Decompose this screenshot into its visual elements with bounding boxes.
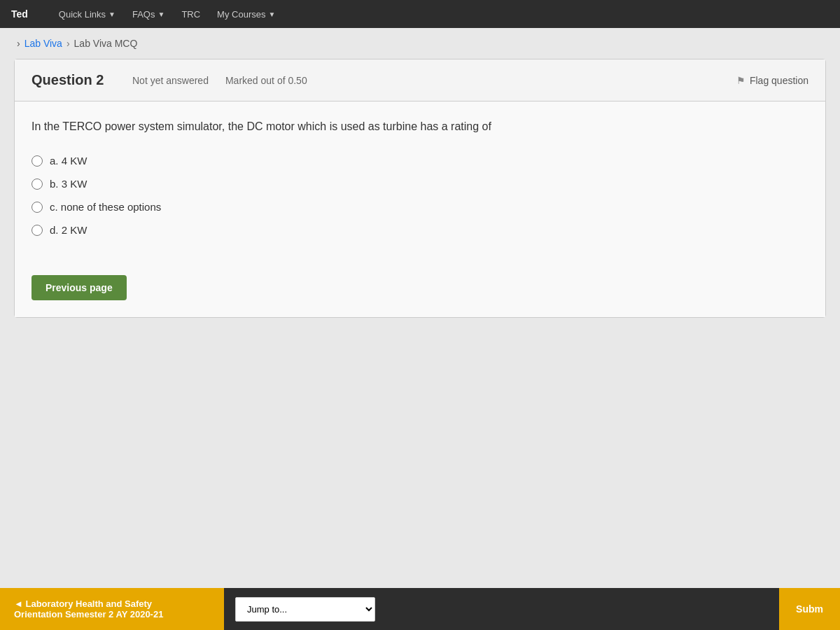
question-header: Question 2 Not yet answered Marked out o… — [15, 59, 825, 102]
nav-buttons: Previous page — [15, 264, 825, 317]
radio-option-d[interactable] — [31, 225, 43, 236]
radio-option-b[interactable] — [31, 178, 43, 190]
flag-question-button[interactable]: ⚑ Flag question — [736, 75, 808, 86]
top-nav-bar: Ted Quick Links ▼ FAQs ▼ TRC My Courses … — [0, 0, 840, 28]
flag-icon: ⚑ — [736, 75, 746, 86]
faqs-caret-icon: ▼ — [158, 10, 164, 18]
option-d[interactable]: d. 2 KW — [31, 224, 808, 236]
flag-question-label: Flag question — [750, 75, 808, 86]
question-number: Question 2 — [31, 72, 115, 88]
jump-to-container: Jump to... — [224, 597, 779, 622]
back-arrow-icon: ◄ Laboratory Health and Safety — [14, 598, 163, 609]
breadcrumb-separator-start: › — [17, 38, 20, 49]
option-d-label: d. 2 KW — [50, 224, 87, 236]
radio-option-a[interactable] — [31, 155, 43, 167]
option-c[interactable]: c. none of these options — [31, 201, 808, 213]
back-course-text: ◄ Laboratory Health and Safety Orientati… — [14, 598, 163, 620]
option-c-label: c. none of these options — [50, 201, 161, 213]
option-a[interactable]: a. 4 KW — [31, 155, 808, 167]
nav-quick-links[interactable]: Quick Links ▼ — [59, 9, 115, 20]
options-container: a. 4 KW b. 3 KW c. none of these options… — [15, 146, 825, 264]
breadcrumb-lab-viva-mcq: Lab Viva MCQ — [74, 38, 138, 49]
previous-page-button[interactable]: Previous page — [31, 275, 127, 300]
breadcrumb-separator: › — [66, 38, 70, 49]
quick-links-caret-icon: ▼ — [108, 10, 115, 18]
radio-option-c[interactable] — [31, 202, 43, 213]
question-status: Not yet answered — [132, 75, 209, 86]
back-course-button[interactable]: ◄ Laboratory Health and Safety Orientati… — [0, 588, 224, 630]
breadcrumb-lab-viva[interactable]: Lab Viva — [24, 38, 62, 49]
question-container: Question 2 Not yet answered Marked out o… — [14, 59, 826, 318]
question-marks: Marked out of 0.50 — [225, 75, 307, 86]
breadcrumb: › Lab Viva › Lab Viva MCQ — [0, 28, 840, 59]
question-text: In the TERCO power system simulator, the… — [15, 102, 825, 146]
my-courses-caret-icon: ▼ — [268, 10, 275, 18]
jump-to-select[interactable]: Jump to... — [235, 597, 375, 622]
option-a-label: a. 4 KW — [50, 155, 87, 167]
nav-my-courses[interactable]: My Courses ▼ — [217, 9, 275, 20]
option-b-label: b. 3 KW — [50, 178, 87, 190]
submit-button[interactable]: Subm — [779, 588, 840, 630]
site-title: Ted — [11, 8, 28, 20]
option-b[interactable]: b. 3 KW — [31, 178, 808, 190]
bottom-nav-bar: ◄ Laboratory Health and Safety Orientati… — [0, 588, 840, 630]
nav-faqs[interactable]: FAQs ▼ — [132, 9, 164, 20]
back-course-subtitle: Orientation Semester 2 AY 2020-21 — [14, 609, 163, 620]
nav-trc[interactable]: TRC — [181, 9, 200, 20]
